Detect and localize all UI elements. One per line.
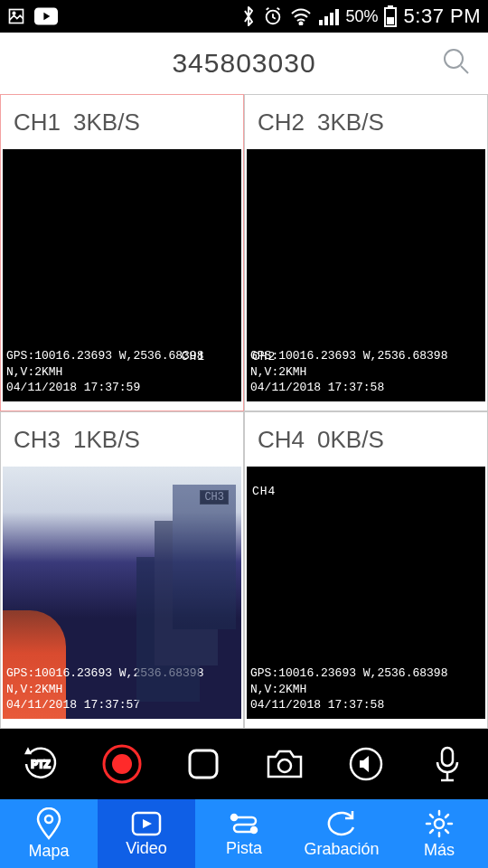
channel-name: CH2	[258, 108, 305, 137]
channel-tile-ch1[interactable]: CH1 3KB/S CH1 GPS:10016.23693 W,2536.683…	[0, 94, 244, 411]
channel-rate: 0KB/S	[317, 426, 384, 454]
record-icon	[102, 744, 142, 784]
cell-signal-icon	[319, 7, 339, 25]
osd-timestamp: 04/11/2018 17:37:58	[250, 697, 482, 713]
svg-point-20	[45, 816, 52, 823]
tile-header: CH4 0KB/S	[245, 412, 487, 467]
channel-rate: 3KB/S	[317, 108, 384, 137]
nav-label: Mapa	[28, 842, 69, 861]
osd-gps: GPS:10016.23693 W,2536.68398 N,V:2KMH	[6, 348, 238, 380]
bluetooth-icon	[241, 5, 256, 27]
mic-button[interactable]	[424, 741, 471, 788]
channel-name: CH1	[14, 108, 61, 137]
microphone-icon	[434, 744, 461, 784]
channel-rate: 1KB/S	[73, 426, 140, 454]
ptz-button[interactable]: PTZ	[17, 741, 64, 788]
svg-point-4	[299, 23, 302, 25]
video-feed-ch2[interactable]: CH2 GPS:10016.23693 W,2536.68398 N,V:2KM…	[247, 149, 485, 401]
svg-text:PTZ: PTZ	[32, 759, 51, 769]
osd-gps: GPS:10016.23693 W,2536.68398 N,V:2KMH	[6, 665, 238, 697]
svg-rect-8	[335, 9, 339, 25]
video-feed-ch4[interactable]: CH4 GPS:10016.23693 W,2536.68398 N,V:2KM…	[247, 467, 485, 719]
picture-icon	[7, 7, 25, 25]
svg-rect-19	[442, 748, 453, 766]
nav-mapa[interactable]: Mapa	[0, 799, 98, 868]
battery-indicator: 50%	[346, 5, 397, 27]
svg-point-17	[278, 760, 291, 772]
stop-button[interactable]	[180, 741, 227, 788]
battery-pct: 50%	[346, 7, 379, 26]
video-feed-ch3[interactable]: CH3 GPS:10016.23693 W,2536.68398 N,V:2KM…	[3, 467, 241, 719]
osd-overlay: GPS:10016.23693 W,2536.68398 N,V:2KMH 04…	[6, 348, 238, 396]
gear-icon	[424, 808, 455, 839]
nav-mas[interactable]: Más	[390, 799, 488, 868]
search-button[interactable]	[441, 46, 472, 80]
nav-label: Más	[424, 841, 455, 860]
channel-name: CH3	[14, 426, 61, 454]
channel-tile-ch3[interactable]: CH3 1KB/S CH3 GPS:10016.23693 W,2536.683…	[0, 411, 244, 729]
nav-video[interactable]: Video	[98, 799, 195, 868]
channel-tile-ch4[interactable]: CH4 0KB/S CH4 GPS:10016.23693 W,2536.683…	[244, 411, 488, 729]
video-toolbar: PTZ	[0, 729, 488, 799]
tile-header: CH1 3KB/S	[1, 95, 243, 149]
osd-overlay: GPS:10016.23693 W,2536.68398 N,V:2KMH 04…	[250, 665, 482, 713]
video-icon	[130, 810, 163, 837]
svg-rect-7	[330, 13, 333, 25]
search-icon	[441, 46, 472, 77]
nav-label: Grabación	[304, 840, 379, 859]
video-feed-ch1[interactable]: CH1 GPS:10016.23693 W,2536.68398 N,V:2KM…	[3, 149, 241, 401]
nav-grabacion[interactable]: Grabación	[293, 799, 390, 868]
map-pin-icon	[35, 807, 62, 840]
tile-header: CH2 3KB/S	[245, 95, 487, 149]
android-statusbar: 50% 5:37 PM	[0, 0, 488, 33]
route-icon	[229, 810, 259, 837]
ptz-icon: PTZ	[19, 742, 62, 786]
channel-name: CH4	[258, 426, 305, 454]
wifi-icon	[290, 7, 312, 25]
osd-overlay: GPS:10016.23693 W,2536.68398 N,V:2KMH 04…	[250, 348, 482, 396]
osd-timestamp: 04/11/2018 17:37:58	[250, 380, 482, 396]
osd-timestamp: 04/11/2018 17:37:57	[6, 697, 238, 713]
refresh-icon	[325, 809, 358, 838]
page-title: 345803030	[172, 48, 315, 79]
osd-overlay: GPS:10016.23693 W,2536.68398 N,V:2KMH 04…	[6, 665, 238, 713]
nav-label: Video	[126, 839, 167, 858]
status-time: 5:37 PM	[404, 5, 481, 28]
svg-rect-16	[190, 750, 217, 778]
app-header: 345803030	[0, 33, 488, 94]
audio-button[interactable]	[343, 741, 389, 788]
record-button[interactable]	[99, 741, 145, 788]
svg-point-1	[13, 12, 15, 14]
bottom-nav: Mapa Video Pista Grabación Más	[0, 799, 488, 868]
battery-icon	[384, 5, 397, 27]
camera-icon	[265, 748, 305, 780]
channel-rate: 3KB/S	[73, 108, 140, 137]
snapshot-button[interactable]	[261, 741, 308, 788]
osd-gps: GPS:10016.23693 W,2536.68398 N,V:2KMH	[250, 348, 482, 380]
nav-label: Pista	[226, 839, 262, 858]
youtube-icon	[34, 7, 58, 25]
svg-rect-5	[319, 20, 323, 25]
svg-rect-6	[324, 16, 328, 25]
channel-tile-ch2[interactable]: CH2 3KB/S CH2 GPS:10016.23693 W,2536.683…	[244, 94, 488, 411]
svg-point-12	[445, 50, 463, 68]
nav-pista[interactable]: Pista	[195, 799, 293, 868]
svg-point-15	[112, 754, 132, 774]
svg-point-24	[435, 819, 444, 828]
speaker-icon	[348, 746, 384, 782]
alarm-icon	[263, 6, 283, 26]
osd-channel-label: CH3	[200, 490, 229, 505]
svg-rect-11	[387, 17, 394, 24]
tile-header: CH3 1KB/S	[1, 412, 243, 467]
camera-grid: CH1 3KB/S CH1 GPS:10016.23693 W,2536.683…	[0, 94, 488, 729]
osd-timestamp: 04/11/2018 17:37:59	[6, 380, 238, 396]
osd-gps: GPS:10016.23693 W,2536.68398 N,V:2KMH	[250, 665, 482, 697]
osd-channel-label: CH4	[252, 485, 276, 498]
stop-icon	[187, 748, 220, 780]
